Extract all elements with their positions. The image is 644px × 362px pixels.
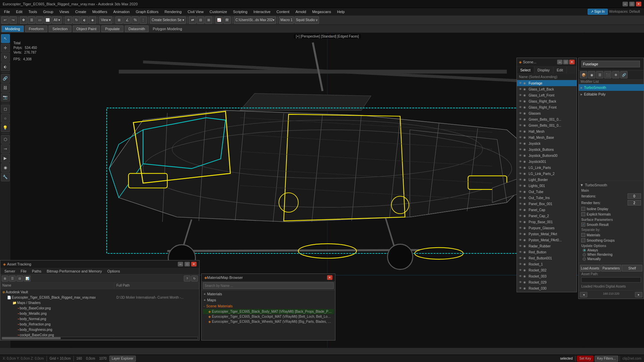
- eye-icon[interactable]: 👁: [518, 202, 522, 206]
- ref-coord-btn[interactable]: ◈: [89, 16, 96, 24]
- at-menu-bitmap[interactable]: Bitmap Performance and Memory: [44, 268, 104, 274]
- angle-snap-btn[interactable]: ∠: [123, 16, 131, 24]
- scene-tab-display[interactable]: Display: [534, 67, 553, 73]
- at-close[interactable]: ✕: [191, 262, 197, 266]
- mb-item-2[interactable]: ◈ Eurocopter_Tiger_EC665_Black_Cockpit_M…: [203, 314, 334, 319]
- scene-item[interactable]: 👁 ◉ Out_Tube: [517, 189, 577, 195]
- render-icon[interactable]: ◉: [523, 105, 527, 109]
- mb-item-1[interactable]: ◈ Eurocopter_Tiger_EC665_Black_Body_MAT …: [203, 309, 334, 314]
- mod-btn4[interactable]: ⬛: [604, 71, 611, 78]
- render-icon[interactable]: ◉: [523, 280, 527, 284]
- eye-icon[interactable]: 👁: [518, 238, 522, 242]
- scene-item[interactable]: 👁 ◉ Light_Border: [517, 177, 577, 183]
- ts-render-iters-input[interactable]: [628, 200, 641, 205]
- mod-turbosmooth[interactable]: ▸ TurboSmooth: [579, 84, 644, 91]
- close-button[interactable]: ✕: [636, 2, 641, 6]
- menu-help[interactable]: Help: [334, 9, 347, 14]
- eye-icon[interactable]: 👁: [518, 123, 522, 127]
- scene-item[interactable]: 👁 ◉ Pyston_Metal_PArt: [517, 231, 577, 237]
- scene-item[interactable]: 👁 ◉ Joystick001: [517, 159, 577, 165]
- tab-populate[interactable]: Populate: [101, 25, 123, 32]
- render-icon[interactable]: ◉: [523, 166, 527, 170]
- eye-icon[interactable]: 👁: [518, 190, 522, 194]
- scene-item[interactable]: 👁 ◉ Joystick: [517, 140, 577, 146]
- tab-modeling[interactable]: Modeling: [1, 25, 24, 32]
- menu-rendering[interactable]: Rendering: [162, 9, 184, 14]
- render-icon[interactable]: ◉: [523, 111, 527, 115]
- spinner-snap-btn[interactable]: ⋮: [140, 16, 147, 24]
- render-icon[interactable]: ◉: [523, 256, 527, 260]
- eye-icon[interactable]: 👁: [518, 226, 522, 230]
- mb-section-maps[interactable]: + Maps: [203, 297, 334, 303]
- scroll-left-btn[interactable]: ◂: [580, 292, 587, 297]
- eye-icon[interactable]: 👁: [518, 117, 522, 121]
- scene-item[interactable]: 👁 ◉ Joystick_Buttons: [517, 146, 577, 153]
- render-icon[interactable]: ◉: [523, 81, 527, 85]
- render-icon[interactable]: ◉: [523, 190, 527, 194]
- mb-close[interactable]: ✕: [327, 275, 332, 280]
- ts-rendering-radio[interactable]: [583, 253, 586, 256]
- scene-minimize[interactable]: ─: [557, 60, 562, 64]
- scene-item[interactable]: 👁 ◉ Glass_Left_Front: [517, 92, 577, 98]
- render-icon[interactable]: ◉: [523, 99, 527, 103]
- mb-item-3[interactable]: ◈ Eurocopter_Tiger_EC665_Black_Wheels_MA…: [203, 319, 334, 324]
- eye-icon[interactable]: 👁: [518, 268, 522, 272]
- mod-btn5[interactable]: ✻: [612, 71, 620, 78]
- macro1-btn[interactable]: Macro 1: [279, 16, 294, 24]
- scene-item[interactable]: 👁 ◉ Lights_001: [517, 183, 577, 189]
- select-object-btn[interactable]: ✥: [20, 16, 27, 24]
- menu-content[interactable]: Content: [274, 9, 292, 14]
- scene-item[interactable]: 👁 ◉ Joystick_Buttons00: [517, 153, 577, 159]
- render-icon[interactable]: ◉: [523, 226, 527, 230]
- render-icon[interactable]: ◉: [523, 274, 527, 278]
- rect-select-btn[interactable]: ▭: [36, 16, 43, 24]
- scene-item[interactable]: 👁 ◉ Radar_Rubber: [517, 243, 577, 249]
- render-icon[interactable]: ◉: [523, 184, 527, 188]
- scene-item[interactable]: 👁 ◉ Hall_Mesh: [517, 128, 577, 134]
- render-icon[interactable]: ◉: [523, 262, 527, 266]
- scene-item[interactable]: 👁 ◉ Panel_Cap_2: [517, 213, 577, 219]
- select-filter-dropdown[interactable]: All ▾: [52, 16, 62, 24]
- mb-section-scene[interactable]: - Scene Materials: [203, 303, 334, 309]
- display-btn[interactable]: ◉: [1, 163, 10, 172]
- tab-freeform[interactable]: Freeform: [25, 25, 48, 32]
- ts-always-radio[interactable]: [583, 249, 586, 252]
- render-icon[interactable]: ◉: [523, 208, 527, 212]
- at-row-metallic[interactable]: ▪body_Metallic.png: [0, 311, 199, 316]
- eye-icon[interactable]: 👁: [518, 87, 522, 91]
- utility-btn[interactable]: 🔧: [1, 173, 10, 181]
- render-icon[interactable]: ◉: [523, 232, 527, 236]
- render-icon[interactable]: ◉: [523, 196, 527, 200]
- create-geo-btn[interactable]: ◻: [1, 105, 10, 113]
- scene-panel-list[interactable]: 👁 ◉ Fuselage 👁 ◉ Glass_Left_Back 👁 ◉ Gla…: [517, 80, 577, 292]
- render-icon[interactable]: ◉: [523, 172, 527, 176]
- squid-btn[interactable]: Squid Studio v: [294, 16, 319, 24]
- at-row-vault[interactable]: ⊛Autodesk Vault: [0, 289, 199, 295]
- mod-editable-poly[interactable]: ▸ Editable Poly: [579, 91, 644, 98]
- render-icon[interactable]: ◉: [523, 87, 527, 91]
- scene-item[interactable]: 👁 ◉ Purpure_Glasses: [517, 225, 577, 231]
- render-icon[interactable]: ◉: [523, 268, 527, 272]
- file-path-dropdown[interactable]: C:\Users\St...ds Max 202▾: [234, 16, 276, 24]
- eye-icon[interactable]: 👁: [518, 244, 522, 248]
- eye-icon[interactable]: 👁: [518, 250, 522, 254]
- load-assets-btn[interactable]: Load Assets: [580, 265, 600, 272]
- render-icon[interactable]: ◉: [523, 178, 527, 182]
- key-filters-btn[interactable]: Key Filters...: [595, 356, 618, 362]
- modifier-btn[interactable]: ⬡: [1, 135, 10, 144]
- mirror-btn[interactable]: ⇄: [189, 16, 196, 24]
- tab-selection[interactable]: Selection: [49, 25, 71, 32]
- scene-item[interactable]: 👁 ◉ Red_Button001: [517, 255, 577, 261]
- eye-icon[interactable]: 👁: [518, 147, 522, 152]
- at-row-file[interactable]: 📄Eurocopter_Tiger_EC665_Black_Rigged_max…: [0, 295, 199, 300]
- layer-btn[interactable]: ⊞: [205, 16, 212, 24]
- select-tool-btn[interactable]: ↖: [1, 34, 10, 43]
- scene-item[interactable]: 👁 ◉ Rocket_030: [517, 285, 577, 291]
- scene-item[interactable]: 👁 ◉ Glasses: [517, 110, 577, 116]
- maximize-button[interactable]: □: [629, 2, 635, 6]
- layer-explorer-btn[interactable]: Layer Explorer: [109, 356, 136, 362]
- at-refresh-btn[interactable]: ↻: [191, 276, 198, 282]
- ts-manually-radio[interactable]: [583, 257, 586, 261]
- menu-interactive[interactable]: Interactive: [251, 9, 273, 14]
- eye-icon[interactable]: 👁: [518, 196, 522, 200]
